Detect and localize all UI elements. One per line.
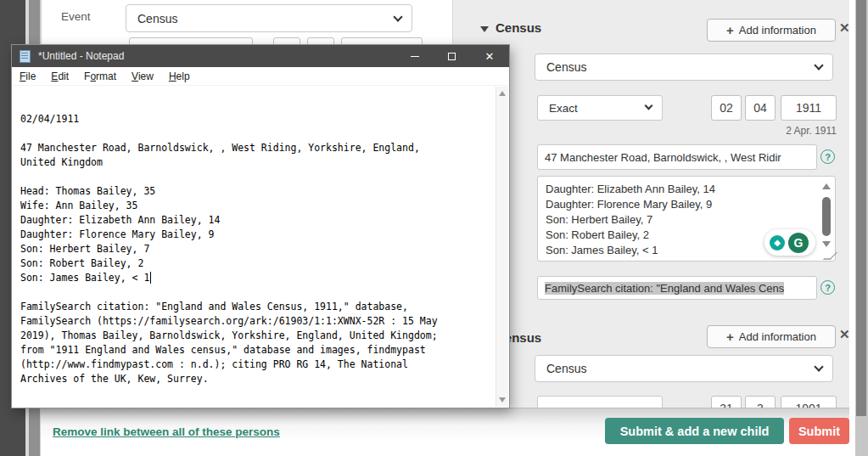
add-information-button[interactable]: + Add information — [707, 325, 836, 348]
scroll-down-icon[interactable] — [499, 397, 506, 403]
menu-view[interactable]: View — [124, 70, 161, 82]
notepad-menubar: File Edit Format View Help — [12, 67, 509, 86]
notepad-content[interactable]: 02/04/1911 47 Manchester Road, Barnoldsw… — [12, 86, 496, 386]
event-label: Event — [61, 10, 91, 23]
help-icon[interactable]: ? — [820, 149, 835, 164]
text-caret — [150, 272, 151, 284]
citation-input[interactable]: FamilySearch citation: "England and Wale… — [537, 276, 817, 300]
date-precision-value: Exact — [549, 102, 578, 115]
notepad-icon — [20, 50, 31, 63]
chevron-down-icon — [393, 12, 402, 21]
textarea-scrollbar-thumb[interactable] — [822, 197, 831, 236]
place-input[interactable]: 47 Manchester Road, Barnoldswick, , West… — [537, 144, 817, 170]
plus-icon: + — [726, 23, 734, 37]
grammarly-widget[interactable]: ◆ G — [764, 229, 815, 256]
date-year-input[interactable]: 1911 — [781, 95, 837, 121]
notepad-scrollbar[interactable] — [496, 87, 508, 407]
page-edge — [849, 0, 855, 456]
census-type-select[interactable]: Census — [535, 53, 833, 81]
date-month-input[interactable]: 3 — [745, 396, 776, 408]
date-precision-select[interactable]: Exact — [537, 95, 663, 121]
add-information-label: Add information — [739, 330, 816, 343]
page-scrollbar-thumb[interactable] — [856, 0, 866, 416]
menu-edit[interactable]: Edit — [43, 70, 76, 82]
maximize-icon — [448, 53, 456, 60]
date-month-input[interactable]: 04 — [745, 95, 776, 121]
remove-link[interactable]: Remove link between all of these persons — [53, 425, 280, 438]
chevron-down-icon — [814, 362, 823, 371]
menu-format[interactable]: Format — [76, 70, 124, 82]
census-type-select[interactable]: Census — [535, 355, 833, 382]
menu-file[interactable]: File — [12, 70, 43, 82]
grammarly-logo-icon[interactable]: G — [788, 233, 809, 253]
event-select-value: Census — [137, 12, 177, 25]
close-section-icon[interactable]: ✕ — [839, 20, 850, 36]
scroll-up-icon[interactable] — [499, 91, 506, 96]
census-type-value: Census — [546, 362, 586, 375]
date-day-input[interactable]: 31 — [711, 396, 742, 408]
submit-button[interactable]: Submit — [789, 418, 849, 444]
close-button[interactable]: ✕ — [473, 45, 507, 67]
maximize-button[interactable] — [434, 45, 468, 67]
citation-selected-text: FamilySearch citation: "England and Wale… — [545, 282, 784, 295]
footer-bar: Remove link between all of these persons… — [41, 408, 868, 456]
menu-help[interactable]: Help — [161, 70, 198, 82]
submit-add-child-button[interactable]: Submit & add a new child — [605, 418, 784, 444]
census-type-value: Census — [546, 60, 586, 74]
minimize-button[interactable] — [398, 45, 432, 67]
grammarly-bulb-icon[interactable]: ◆ — [770, 235, 785, 251]
chevron-down-icon — [645, 102, 653, 110]
section-title: Census — [496, 20, 541, 35]
date-day-input[interactable]: 02 — [711, 95, 742, 121]
textarea-scroll-down-icon[interactable] — [822, 241, 831, 247]
add-information-label: Add information — [739, 24, 816, 37]
notepad-window: *Untitled - Notepad ✕ File Edit Format V… — [12, 45, 509, 408]
date-year-input[interactable]: 1901 — [781, 396, 837, 408]
minimize-icon — [411, 56, 419, 57]
census-section-1-header[interactable]: Census — [480, 20, 541, 35]
notepad-window-title: *Untitled - Notepad — [38, 50, 124, 62]
plus-icon: + — [726, 329, 734, 344]
date-precision-select[interactable] — [537, 396, 663, 408]
help-icon[interactable]: ? — [820, 280, 835, 295]
chevron-down-icon — [814, 60, 823, 70]
event-select[interactable]: Census — [126, 4, 412, 32]
close-section-icon[interactable]: ✕ — [839, 327, 850, 342]
notepad-edit-area[interactable]: 02/04/1911 47 Manchester Road, Barnoldsw… — [12, 86, 496, 408]
screen: Event Census Census + Add information ✕ … — [0, 0, 868, 456]
textarea-scroll-up-icon[interactable] — [822, 183, 831, 189]
add-information-button[interactable]: + Add information — [707, 19, 836, 42]
close-icon: ✕ — [485, 50, 495, 63]
collapse-triangle-icon — [480, 26, 489, 32]
place-value: 47 Manchester Road, Barnoldswick, , West… — [545, 151, 781, 164]
date-preview: 2 Apr. 1911 — [709, 125, 837, 137]
